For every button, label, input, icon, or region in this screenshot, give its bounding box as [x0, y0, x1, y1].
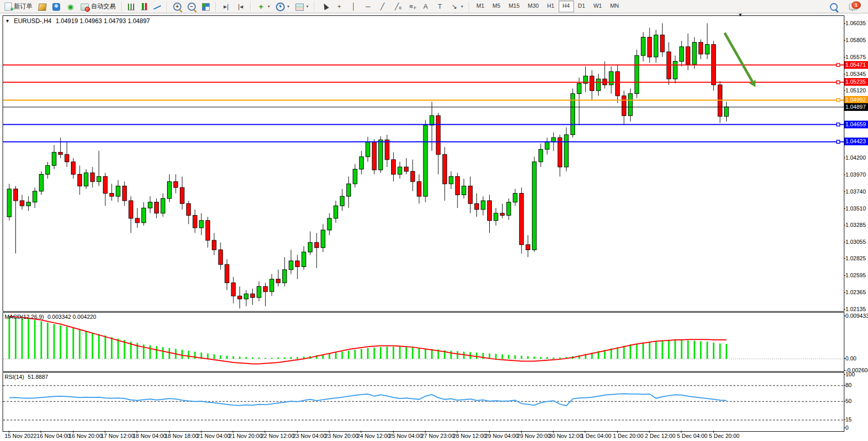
arrows-button[interactable]: ↘▾ — [447, 0, 466, 13]
charts-profile-button[interactable] — [49, 0, 63, 13]
down-arrow-annotation[interactable] — [725, 33, 755, 87]
timeframe-h1[interactable]: H1 — [543, 1, 558, 12]
time-label: 23 Nov 04:00 — [293, 433, 326, 439]
price-line-tag[interactable]: 1.04659 — [844, 121, 868, 128]
price-line-tag[interactable]: 1.04897 — [844, 103, 868, 111]
tile-windows-button[interactable] — [199, 0, 213, 13]
line-chart-button[interactable] — [151, 0, 164, 13]
macd-panel[interactable] — [3, 312, 844, 372]
horizontal-line-button[interactable]: ─ — [361, 0, 375, 13]
chart-window: ▼ EURUSD-,H4 1.04919 1.04963 1.04793 1.0… — [0, 13, 868, 441]
time-label: 21 Nov 04:00 — [197, 433, 230, 439]
timeframe-d1[interactable]: D1 — [574, 1, 589, 12]
time-label: 1 Dec 20:00 — [613, 433, 643, 439]
timeframe-w1[interactable]: W1 — [589, 1, 606, 12]
toolbar-group-scroll: ▸||◂ — [217, 0, 249, 13]
timeframe-m30[interactable]: M30 — [524, 1, 543, 12]
price-line-tag[interactable]: 1.05471 — [844, 61, 868, 69]
time-label: 1 Dec 04:00 — [581, 433, 611, 439]
bar-chart-button[interactable] — [125, 0, 138, 13]
timeframe-m15[interactable]: M15 — [505, 1, 524, 12]
price-axis[interactable]: 1.060351.058051.055751.053451.051201.042… — [844, 15, 868, 431]
time-label: 5 Dec 04:00 — [677, 433, 707, 439]
arrows-icon: ↘ — [450, 3, 458, 11]
time-label: 16 Nov 04:00 — [36, 433, 70, 439]
vertical-line-button[interactable]: │ — [346, 0, 361, 13]
new-order-button-label: 新订单 — [14, 2, 32, 11]
channel-button[interactable]: ╱E — [390, 0, 404, 13]
chat-button[interactable]: 1 — [846, 0, 861, 13]
zoom-out-icon: − — [188, 3, 196, 11]
price-chart-panel[interactable] — [3, 15, 844, 312]
text-label-icon: T — [436, 3, 444, 11]
periods-icon — [276, 3, 285, 11]
chart-menu-icon[interactable]: ▼ — [5, 18, 10, 24]
toolbar-separator — [215, 2, 216, 12]
dropdown-caret-icon[interactable]: ▾ — [461, 4, 463, 9]
text-button[interactable]: A — [418, 0, 433, 13]
time-label: 18 Nov 18:00 — [165, 433, 198, 439]
text-label-button[interactable]: T — [433, 0, 447, 13]
time-label: 2 Dec 12:00 — [645, 433, 675, 439]
zoom-out-button[interactable]: − — [184, 0, 199, 13]
rsi-label: RSI(14) 51.8887 — [5, 374, 48, 380]
search-button[interactable] — [827, 0, 841, 13]
timeframe-mn[interactable]: MN — [606, 1, 623, 12]
dropdown-caret-icon[interactable]: ▾ — [268, 4, 270, 9]
price-tick-label: 1.05120 — [845, 87, 866, 93]
price-line-tag[interactable]: 1.05235 — [844, 78, 868, 86]
crosshair-button[interactable]: + — [332, 0, 346, 13]
chart-ohlc-values: 1.04919 1.04963 1.04793 1.04897 — [56, 17, 150, 25]
toolbar-separator — [167, 2, 168, 12]
toolbar-group-zoom: +− — [169, 0, 214, 13]
timeframe-group: M1M5M15M30H1H4D1W1MN — [471, 0, 624, 13]
price-tick-label: 1.05805 — [845, 37, 866, 43]
price-tick-label: 1.02825 — [845, 255, 866, 261]
search-icon — [830, 3, 838, 11]
dropdown-caret-icon[interactable]: ▾ — [287, 4, 289, 9]
chart-shift-marker[interactable]: ▼ — [738, 12, 743, 17]
timeframe-m5[interactable]: M5 — [488, 1, 504, 12]
new-order-button[interactable]: 新订单 — [2, 0, 35, 13]
dropdown-caret-icon[interactable]: ▾ — [306, 4, 308, 9]
rsi-tick-label: 50 — [845, 398, 852, 404]
auto-scroll-button[interactable]: |◂ — [233, 0, 248, 13]
periods-button[interactable]: ▾ — [273, 0, 292, 13]
templates-button[interactable]: ▾ — [292, 0, 311, 13]
time-label: 23 Nov 20:00 — [325, 433, 358, 439]
candlestick-button[interactable] — [138, 0, 151, 13]
chat-icon: 1 — [849, 4, 858, 10]
trendline-button[interactable]: ╱ — [375, 0, 390, 13]
horizontal-line-icon: ─ — [364, 3, 372, 11]
macd-canvas — [3, 313, 844, 371]
cursor-icon — [321, 3, 329, 11]
signals-button[interactable]: ◉ — [63, 0, 78, 13]
fibonacci-button[interactable]: ≡F — [404, 0, 418, 13]
toolbar-separator — [314, 2, 315, 12]
chart-shift-button[interactable]: ▸| — [219, 0, 233, 13]
zoom-in-button[interactable]: + — [170, 0, 184, 13]
timeframe-m1[interactable]: M1 — [472, 1, 488, 12]
macd-name: MACD(12,26,9) — [5, 314, 44, 320]
rsi-panel[interactable] — [3, 372, 844, 432]
toolbar-separator — [469, 2, 470, 12]
timeframe-h4[interactable]: H4 — [559, 1, 574, 12]
price-tick-label: 1.03055 — [845, 239, 866, 245]
charts-profile-icon — [52, 3, 60, 11]
time-axis[interactable]: 15 Nov 202216 Nov 04:0016 Nov 20:0017 No… — [3, 431, 843, 441]
macd-tick-label: 0.009433 — [845, 313, 868, 319]
new-order-icon — [5, 3, 12, 11]
icon-sub-label: E — [399, 4, 402, 12]
styler-button[interactable] — [35, 0, 49, 13]
autotrade-button[interactable]: 自动交易 — [78, 0, 119, 13]
price-tick-label: 1.03285 — [845, 222, 866, 228]
indicators-button[interactable]: +▾ — [254, 0, 273, 13]
price-tick-label: 1.05345 — [845, 71, 866, 77]
notification-badge: 1 — [852, 2, 861, 9]
candlestick-icon — [141, 3, 147, 10]
time-label: 29 Nov 04:00 — [485, 433, 519, 439]
price-line-tag[interactable]: 1.04423 — [844, 138, 868, 145]
time-label: 16 Nov 20:00 — [69, 433, 102, 439]
macd-label: MACD(12,26,9) 0.003342 0.004220 — [5, 314, 96, 320]
cursor-button[interactable] — [318, 0, 332, 13]
